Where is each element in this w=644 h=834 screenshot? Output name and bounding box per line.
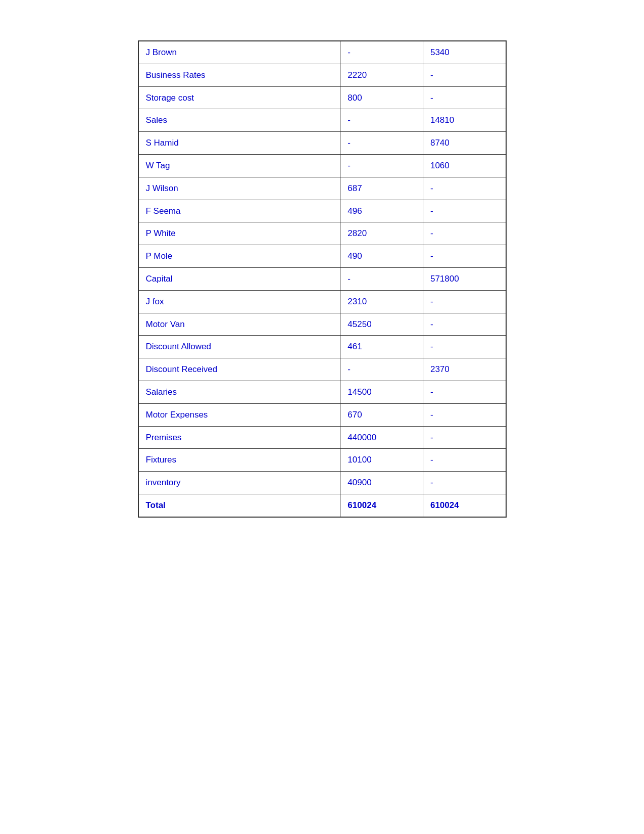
- row-credit: 571800: [423, 267, 506, 290]
- row-debit: 2820: [340, 222, 423, 245]
- row-debit: -: [340, 41, 423, 64]
- table-row: P White 2820 -: [138, 222, 506, 245]
- row-label: Discount Allowed: [138, 336, 340, 358]
- row-debit: -: [340, 132, 423, 155]
- table-row: Storage cost 800 -: [138, 86, 506, 109]
- row-label: W Tag: [138, 154, 340, 177]
- row-debit: 10100: [340, 449, 423, 472]
- row-label: Storage cost: [138, 86, 340, 109]
- row-label: Motor Van: [138, 313, 340, 336]
- row-debit: 490: [340, 245, 423, 268]
- row-debit: -: [340, 267, 423, 290]
- row-label: P White: [138, 222, 340, 245]
- table-row: Discount Received - 2370: [138, 358, 506, 381]
- row-label: Discount Received: [138, 358, 340, 381]
- row-label: Sales: [138, 109, 340, 132]
- row-label: S Hamid: [138, 132, 340, 155]
- row-label: Salaries: [138, 381, 340, 403]
- row-label: J Wilson: [138, 177, 340, 200]
- row-credit: -: [423, 245, 506, 268]
- row-label: Capital: [138, 267, 340, 290]
- table-row: Motor Van 45250 -: [138, 313, 506, 336]
- total-row: Total 610024 610024: [138, 494, 506, 517]
- row-debit: -: [340, 109, 423, 132]
- table-row: S Hamid - 8740: [138, 132, 506, 155]
- table-row: J fox 2310 -: [138, 290, 506, 313]
- row-credit: -: [423, 336, 506, 358]
- row-label: Fixtures: [138, 449, 340, 472]
- table-row: P Mole 490 -: [138, 245, 506, 268]
- row-credit: -: [423, 449, 506, 472]
- row-debit: 800: [340, 86, 423, 109]
- table-row: Fixtures 10100 -: [138, 449, 506, 472]
- row-label: J Brown: [138, 41, 340, 64]
- ledger-table: J Brown - 5340 Business Rates 2220 - Sto…: [138, 41, 506, 517]
- row-label: F Seema: [138, 200, 340, 222]
- row-credit: -: [423, 290, 506, 313]
- row-credit: -: [423, 426, 506, 449]
- table-row: Capital - 571800: [138, 267, 506, 290]
- table-row: Salaries 14500 -: [138, 381, 506, 403]
- table-row: Motor Expenses 670 -: [138, 403, 506, 426]
- table-row: F Seema 496 -: [138, 200, 506, 222]
- table-row: Discount Allowed 461 -: [138, 336, 506, 358]
- table-row: J Wilson 687 -: [138, 177, 506, 200]
- row-label: P Mole: [138, 245, 340, 268]
- row-credit: 5340: [423, 41, 506, 64]
- row-credit: 1060: [423, 154, 506, 177]
- total-credit: 610024: [423, 494, 506, 517]
- row-debit: -: [340, 154, 423, 177]
- ledger-table-container: J Brown - 5340 Business Rates 2220 - Sto…: [138, 40, 507, 518]
- row-credit: -: [423, 381, 506, 403]
- row-debit: 40900: [340, 472, 423, 494]
- row-credit: -: [423, 86, 506, 109]
- row-credit: -: [423, 403, 506, 426]
- row-credit: -: [423, 177, 506, 200]
- total-label: Total: [138, 494, 340, 517]
- row-credit: 8740: [423, 132, 506, 155]
- table-row: Sales - 14810: [138, 109, 506, 132]
- row-debit: -: [340, 358, 423, 381]
- row-label: Premises: [138, 426, 340, 449]
- row-credit: -: [423, 200, 506, 222]
- row-credit: 2370: [423, 358, 506, 381]
- row-debit: 45250: [340, 313, 423, 336]
- row-debit: 496: [340, 200, 423, 222]
- row-debit: 670: [340, 403, 423, 426]
- row-credit: -: [423, 222, 506, 245]
- row-debit: 2220: [340, 64, 423, 86]
- row-label: Business Rates: [138, 64, 340, 86]
- row-credit: -: [423, 313, 506, 336]
- row-debit: 14500: [340, 381, 423, 403]
- row-debit: 687: [340, 177, 423, 200]
- table-row: Business Rates 2220 -: [138, 64, 506, 86]
- row-debit: 2310: [340, 290, 423, 313]
- table-row: inventory 40900 -: [138, 472, 506, 494]
- table-row: W Tag - 1060: [138, 154, 506, 177]
- row-debit: 461: [340, 336, 423, 358]
- table-row: J Brown - 5340: [138, 41, 506, 64]
- row-label: Motor Expenses: [138, 403, 340, 426]
- row-credit: 14810: [423, 109, 506, 132]
- total-debit: 610024: [340, 494, 423, 517]
- row-label: inventory: [138, 472, 340, 494]
- row-credit: -: [423, 64, 506, 86]
- table-row: Premises 440000 -: [138, 426, 506, 449]
- row-debit: 440000: [340, 426, 423, 449]
- row-label: J fox: [138, 290, 340, 313]
- row-credit: -: [423, 472, 506, 494]
